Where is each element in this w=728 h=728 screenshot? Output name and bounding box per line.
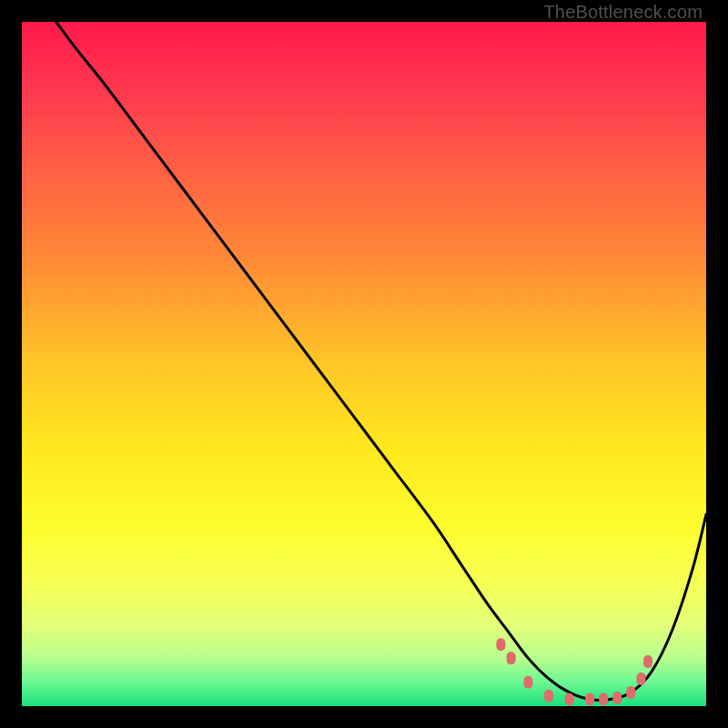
marker-dot [612,692,622,704]
chart-frame [22,22,706,706]
gradient-background [22,22,706,706]
marker-dot [599,693,608,705]
marker-dot [626,686,635,699]
marker-dot [507,652,516,664]
marker-dot [544,690,553,703]
marker-dot [565,693,574,705]
marker-dot [523,676,532,689]
marker-dot [496,638,505,651]
marker-dot [643,655,652,668]
chart-svg [22,22,706,706]
marker-dot [637,672,646,685]
marker-dot [585,693,594,705]
watermark-text: TheBottleneck.com [543,2,703,23]
